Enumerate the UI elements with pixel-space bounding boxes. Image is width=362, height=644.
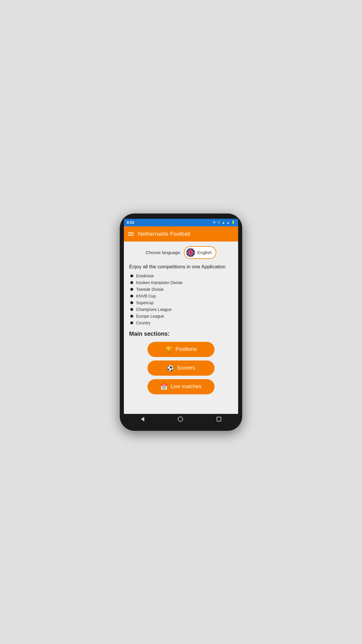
- status-bar: 8:02 ⚙ 🛡 ▲ ▲ 🔋: [124, 219, 238, 226]
- competition-name: Keuken Kampioen Divisie: [136, 280, 183, 285]
- signal-icon: ▲: [226, 221, 230, 224]
- competition-item: Keuken Kampioen Divisie: [130, 280, 233, 285]
- language-label: Choose language:: [146, 250, 181, 255]
- language-name: English: [197, 250, 212, 255]
- status-icons: ⚙ 🛡 ▲ ▲ 🔋: [213, 220, 235, 224]
- bullet-icon: [130, 301, 133, 304]
- phone-screen: 8:02 ⚙ 🛡 ▲ ▲ 🔋 Nethernalds Football Choo…: [124, 219, 238, 426]
- uk-flag: [186, 248, 195, 257]
- app-title: Nethernalds Football: [138, 231, 190, 237]
- bullet-icon: [130, 321, 133, 324]
- competition-name: Country: [136, 321, 150, 325]
- recents-button[interactable]: [217, 417, 221, 423]
- status-time: 8:02: [127, 220, 134, 225]
- scorers-label: Scorers: [177, 365, 195, 371]
- competition-name: KNVB Cup: [136, 294, 156, 298]
- home-button[interactable]: [178, 416, 183, 423]
- bullet-icon: [130, 315, 133, 318]
- competition-item: Tweede Divisie: [130, 287, 233, 292]
- competition-list: EredivisieKeuken Kampioen DivisieTweede …: [130, 274, 233, 325]
- competition-item: Europe League: [130, 314, 233, 318]
- bullet-icon: [130, 308, 133, 311]
- live-matches-button[interactable]: 📅 Live matches: [147, 379, 215, 394]
- competition-item: Champions League: [130, 307, 233, 312]
- phone-device: 8:02 ⚙ 🛡 ▲ ▲ 🔋 Nethernalds Football Choo…: [120, 214, 242, 431]
- section-buttons: 🏆 Positions ⚽ Scorers 📅 Live matches: [129, 342, 233, 397]
- language-row: Choose language: English: [129, 246, 233, 259]
- positions-label: Positions: [175, 346, 197, 352]
- competition-name: Champions League: [136, 307, 171, 312]
- competition-item: Eredivisie: [130, 274, 233, 278]
- back-button[interactable]: [141, 417, 144, 423]
- competition-name: Eredivisie: [136, 274, 154, 278]
- competition-name: Tweede Divisie: [136, 287, 164, 292]
- competition-name: Supercup: [136, 300, 154, 305]
- language-selector[interactable]: English: [184, 246, 216, 259]
- toolbar: Nethernalds Football: [124, 226, 238, 242]
- calendar-icon: 📅: [160, 383, 168, 390]
- competition-name: Europe League: [136, 314, 164, 318]
- bullet-icon: [130, 281, 133, 284]
- tagline: Enjoy all the competitions in one Applic…: [129, 264, 233, 270]
- bullet-icon: [130, 274, 133, 277]
- competition-item: Country: [130, 321, 233, 325]
- main-content: Choose language: English Enj: [124, 242, 238, 414]
- bullet-icon: [130, 295, 133, 298]
- competition-item: KNVB Cup: [130, 294, 233, 298]
- wifi-icon: ▲: [222, 221, 225, 224]
- live-matches-label: Live matches: [171, 384, 201, 390]
- shield-icon: 🛡: [217, 221, 220, 224]
- settings-icon: ⚙: [213, 220, 216, 224]
- competition-item: Supercup: [130, 300, 233, 305]
- main-sections-title: Main sections:: [129, 330, 233, 337]
- positions-button[interactable]: 🏆 Positions: [147, 342, 215, 357]
- navigation-bar: [124, 414, 238, 426]
- trophy-icon: 🏆: [165, 346, 173, 353]
- scorers-button[interactable]: ⚽ Scorers: [147, 360, 215, 376]
- bullet-icon: [130, 288, 133, 291]
- battery-icon: 🔋: [231, 220, 235, 224]
- menu-button[interactable]: [128, 232, 134, 236]
- scorer-icon: ⚽: [167, 365, 174, 372]
